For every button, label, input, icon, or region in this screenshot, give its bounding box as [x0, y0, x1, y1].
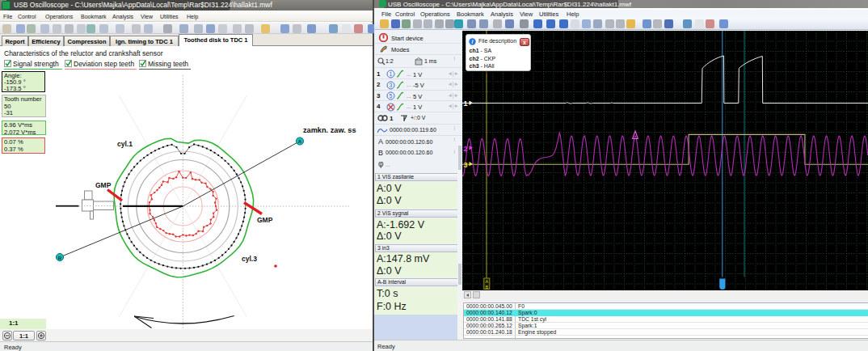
svg-text:i: i: [472, 39, 474, 44]
svg-text:cyl.1: cyl.1: [117, 140, 133, 148]
svg-text:3: 3: [463, 160, 467, 168]
svg-text:5: 5: [390, 93, 393, 99]
svg-text:1: 1: [390, 71, 393, 77]
svg-text:B: B: [485, 284, 488, 289]
svg-text:GMP: GMP: [257, 216, 273, 224]
svg-text:GMP: GMP: [95, 181, 112, 189]
svg-text:B: B: [58, 256, 62, 260]
svg-text:2: 2: [463, 144, 467, 152]
svg-text:A: A: [298, 139, 302, 144]
svg-text:zamkn. zaw. ss: zamkn. zaw. ss: [303, 126, 356, 134]
svg-text:A: A: [485, 279, 488, 284]
svg-text:1: 1: [463, 99, 467, 108]
svg-text:cyl.3: cyl.3: [242, 255, 257, 263]
svg-text:3: 3: [390, 82, 393, 88]
